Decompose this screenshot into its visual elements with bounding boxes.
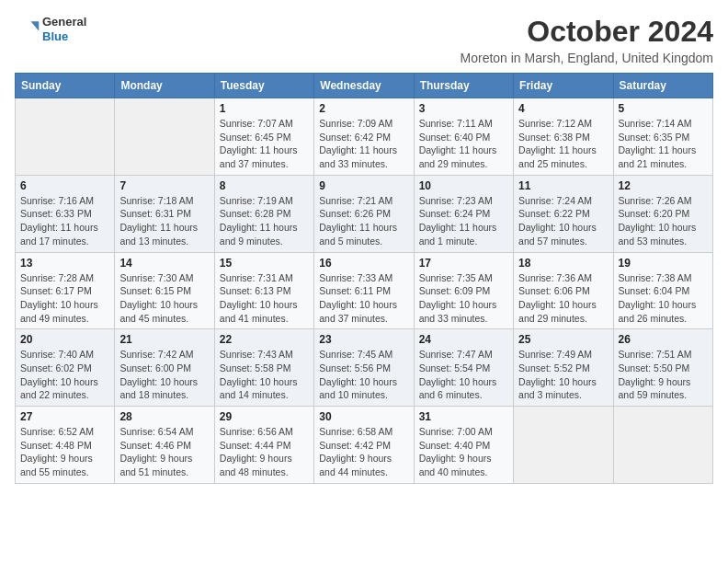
- day-number: 10: [419, 179, 508, 192]
- calendar-cell: 22Sunrise: 7:43 AMSunset: 5:58 PMDayligh…: [214, 329, 313, 407]
- day-info: Sunrise: 7:33 AMSunset: 6:11 PMDaylight:…: [319, 271, 408, 326]
- day-number: 20: [20, 333, 109, 346]
- day-info: Sunrise: 7:43 AMSunset: 5:58 PMDaylight:…: [220, 348, 309, 402]
- calendar-week-3: 13Sunrise: 7:28 AMSunset: 6:17 PMDayligh…: [16, 252, 713, 329]
- day-number: 21: [119, 333, 209, 346]
- day-number: 11: [518, 179, 608, 192]
- day-number: 14: [119, 257, 209, 270]
- day-info: Sunrise: 7:23 AMSunset: 6:24 PMDaylight:…: [419, 194, 508, 248]
- calendar-cell: 26Sunrise: 7:51 AMSunset: 5:50 PMDayligh…: [613, 329, 712, 407]
- day-info: Sunrise: 6:54 AMSunset: 4:46 PMDaylight:…: [119, 425, 209, 479]
- day-number: 2: [319, 102, 408, 115]
- day-number: 7: [119, 179, 209, 192]
- day-number: 3: [419, 102, 508, 115]
- calendar-cell: 25Sunrise: 7:49 AMSunset: 5:52 PMDayligh…: [514, 329, 613, 407]
- calendar-cell: 4Sunrise: 7:12 AMSunset: 6:38 PMDaylight…: [514, 98, 613, 176]
- page-header: General Blue October 2024 Moreton in Mar…: [15, 15, 713, 65]
- day-number: 23: [319, 333, 408, 346]
- calendar-cell: 9Sunrise: 7:21 AMSunset: 6:26 PMDaylight…: [314, 175, 414, 252]
- logo-blue: Blue: [42, 29, 86, 44]
- day-number: 18: [518, 257, 608, 270]
- day-info: Sunrise: 7:19 AMSunset: 6:28 PMDaylight:…: [220, 194, 309, 248]
- calendar-cell: 20Sunrise: 7:40 AMSunset: 6:02 PMDayligh…: [16, 329, 115, 407]
- day-info: Sunrise: 7:14 AMSunset: 6:35 PMDaylight:…: [619, 117, 708, 171]
- day-number: 12: [619, 179, 708, 192]
- day-number: 6: [20, 179, 109, 192]
- day-number: 19: [619, 257, 708, 270]
- day-number: 30: [319, 410, 408, 423]
- calendar-cell: [514, 407, 613, 484]
- day-number: 29: [220, 410, 309, 423]
- day-info: Sunrise: 7:31 AMSunset: 6:13 PMDaylight:…: [220, 271, 309, 326]
- day-number: 15: [220, 257, 309, 270]
- day-number: 4: [518, 102, 608, 115]
- header-thursday: Thursday: [414, 74, 513, 98]
- day-number: 1: [220, 102, 309, 115]
- calendar-cell: 23Sunrise: 7:45 AMSunset: 5:56 PMDayligh…: [314, 329, 414, 407]
- calendar-cell: 24Sunrise: 7:47 AMSunset: 5:54 PMDayligh…: [414, 329, 513, 407]
- header-monday: Monday: [115, 74, 214, 98]
- calendar-week-1: 1Sunrise: 7:07 AMSunset: 6:45 PMDaylight…: [16, 98, 713, 176]
- day-number: 22: [220, 333, 309, 346]
- day-info: Sunrise: 7:51 AMSunset: 5:50 PMDaylight:…: [619, 348, 708, 402]
- day-info: Sunrise: 7:42 AMSunset: 6:00 PMDaylight:…: [119, 348, 209, 402]
- day-info: Sunrise: 7:26 AMSunset: 6:20 PMDaylight:…: [619, 194, 708, 248]
- day-number: 27: [20, 410, 109, 423]
- day-info: Sunrise: 7:21 AMSunset: 6:26 PMDaylight:…: [319, 194, 408, 248]
- svg-rect-0: [15, 17, 40, 42]
- calendar-cell: 17Sunrise: 7:35 AMSunset: 6:09 PMDayligh…: [414, 252, 513, 329]
- day-number: 9: [319, 179, 408, 192]
- calendar-cell: 8Sunrise: 7:19 AMSunset: 6:28 PMDaylight…: [214, 175, 313, 252]
- location-subtitle: Moreton in Marsh, England, United Kingdo…: [461, 51, 713, 65]
- day-number: 24: [419, 333, 508, 346]
- calendar-week-4: 20Sunrise: 7:40 AMSunset: 6:02 PMDayligh…: [16, 329, 713, 407]
- calendar-cell: 6Sunrise: 7:16 AMSunset: 6:33 PMDaylight…: [16, 175, 115, 252]
- day-info: Sunrise: 7:07 AMSunset: 6:45 PMDaylight:…: [220, 117, 309, 171]
- calendar-cell: 30Sunrise: 6:58 AMSunset: 4:42 PMDayligh…: [314, 407, 414, 484]
- calendar-cell: 13Sunrise: 7:28 AMSunset: 6:17 PMDayligh…: [16, 252, 115, 329]
- calendar-cell: [613, 407, 712, 484]
- calendar-header-row: SundayMondayTuesdayWednesdayThursdayFrid…: [16, 74, 713, 98]
- day-info: Sunrise: 7:24 AMSunset: 6:22 PMDaylight:…: [518, 194, 608, 248]
- day-info: Sunrise: 7:00 AMSunset: 4:40 PMDaylight:…: [419, 425, 508, 479]
- calendar-week-5: 27Sunrise: 6:52 AMSunset: 4:48 PMDayligh…: [16, 407, 713, 484]
- calendar-cell: 15Sunrise: 7:31 AMSunset: 6:13 PMDayligh…: [214, 252, 313, 329]
- logo: General Blue: [15, 15, 86, 43]
- calendar-cell: 14Sunrise: 7:30 AMSunset: 6:15 PMDayligh…: [115, 252, 214, 329]
- day-info: Sunrise: 7:36 AMSunset: 6:06 PMDaylight:…: [518, 271, 608, 326]
- calendar-cell: 27Sunrise: 6:52 AMSunset: 4:48 PMDayligh…: [16, 407, 115, 484]
- calendar-cell: 10Sunrise: 7:23 AMSunset: 6:24 PMDayligh…: [414, 175, 513, 252]
- day-info: Sunrise: 6:58 AMSunset: 4:42 PMDaylight:…: [319, 425, 408, 479]
- day-number: 13: [20, 257, 109, 270]
- calendar-week-2: 6Sunrise: 7:16 AMSunset: 6:33 PMDaylight…: [16, 175, 713, 252]
- calendar-cell: 21Sunrise: 7:42 AMSunset: 6:00 PMDayligh…: [115, 329, 214, 407]
- day-number: 28: [119, 410, 209, 423]
- header-sunday: Sunday: [16, 74, 115, 98]
- calendar-cell: 5Sunrise: 7:14 AMSunset: 6:35 PMDaylight…: [613, 98, 712, 176]
- header-wednesday: Wednesday: [314, 74, 414, 98]
- day-number: 8: [220, 179, 309, 192]
- header-friday: Friday: [514, 74, 613, 98]
- calendar-table: SundayMondayTuesdayWednesdayThursdayFrid…: [15, 73, 713, 484]
- logo-icon: [15, 17, 40, 42]
- day-info: Sunrise: 7:40 AMSunset: 6:02 PMDaylight:…: [20, 348, 109, 402]
- day-info: Sunrise: 7:47 AMSunset: 5:54 PMDaylight:…: [419, 348, 508, 402]
- title-block: October 2024 Moreton in Marsh, England, …: [461, 15, 713, 65]
- calendar-cell: [115, 98, 214, 176]
- calendar-cell: [16, 98, 115, 176]
- day-number: 25: [518, 333, 608, 346]
- day-info: Sunrise: 7:35 AMSunset: 6:09 PMDaylight:…: [419, 271, 508, 326]
- day-number: 31: [419, 410, 508, 423]
- calendar-cell: 3Sunrise: 7:11 AMSunset: 6:40 PMDaylight…: [414, 98, 513, 176]
- logo-general: General: [42, 15, 86, 29]
- day-info: Sunrise: 7:45 AMSunset: 5:56 PMDaylight:…: [319, 348, 408, 402]
- calendar-cell: 28Sunrise: 6:54 AMSunset: 4:46 PMDayligh…: [115, 407, 214, 484]
- day-info: Sunrise: 6:52 AMSunset: 4:48 PMDaylight:…: [20, 425, 109, 479]
- day-number: 26: [619, 333, 708, 346]
- day-info: Sunrise: 7:38 AMSunset: 6:04 PMDaylight:…: [619, 271, 708, 326]
- calendar-cell: 1Sunrise: 7:07 AMSunset: 6:45 PMDaylight…: [214, 98, 313, 176]
- calendar-cell: 31Sunrise: 7:00 AMSunset: 4:40 PMDayligh…: [414, 407, 513, 484]
- day-info: Sunrise: 7:16 AMSunset: 6:33 PMDaylight:…: [20, 194, 109, 248]
- day-number: 17: [419, 257, 508, 270]
- day-info: Sunrise: 7:28 AMSunset: 6:17 PMDaylight:…: [20, 271, 109, 326]
